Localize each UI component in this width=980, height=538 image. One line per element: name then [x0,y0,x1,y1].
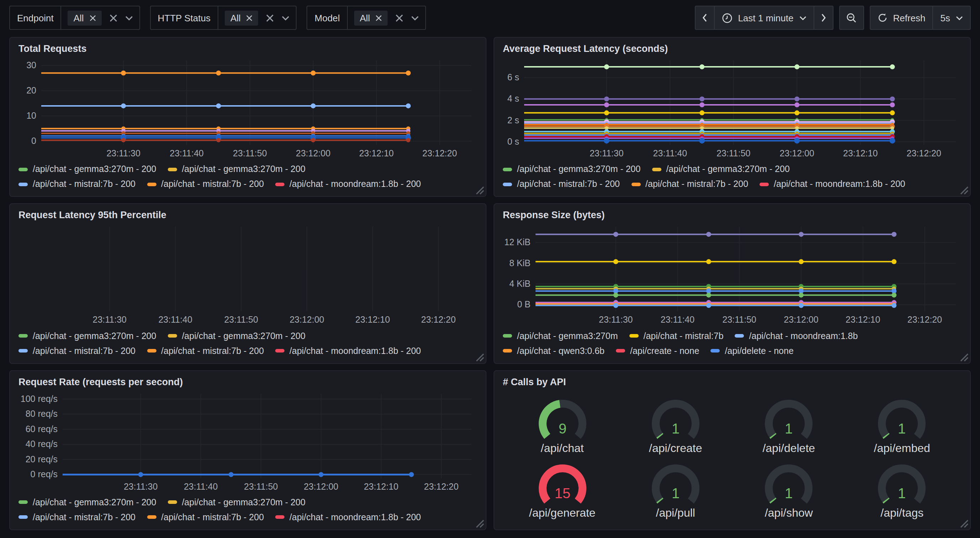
legend-item[interactable]: /api/chat - mistral:7b - 200 [19,513,135,522]
chevron-down-icon[interactable] [411,15,419,20]
data-point [799,232,803,237]
panel-title[interactable]: Total Requests [17,43,479,56]
legend-item[interactable]: /api/chat - gemma3:270m - 200 [503,165,640,175]
x-axis-tick-label: 23:12:20 [422,148,457,158]
close-icon[interactable] [247,14,253,21]
close-icon[interactable] [376,14,382,21]
filter-value-area[interactable]: All [348,6,426,29]
data-point [891,303,896,308]
gauge-arc: 1 [745,391,833,446]
x-axis-tick-label: 23:12:20 [424,481,458,491]
legend-item[interactable]: /api/chat - mistral:7b - 200 [503,179,620,189]
legend-row: /api/chat - gemma3:270m - 200/api/chat -… [19,497,477,508]
timeseries-plot[interactable]: 0 B4 KiB8 KiB12 KiB23:11:3023:11:4023:11… [501,223,963,326]
time-shift-back-button[interactable] [695,6,714,29]
data-point [406,138,410,143]
filter-value-area[interactable]: All [218,6,296,29]
data-point [406,103,411,108]
legend-series-marker [503,349,512,352]
legend-series-marker [711,349,720,352]
panel-title[interactable]: # Calls by API [501,376,963,389]
x-axis-tick-label: 23:11:50 [244,481,278,491]
data-point [794,64,799,69]
legend-item[interactable]: /api/chat - qwen3:0.6b [503,346,605,356]
legend-item[interactable]: /api/chat - mistral:7b - 200 [147,346,264,356]
panel-resize-handle[interactable] [474,185,484,195]
refresh-button[interactable]: Refresh [870,6,933,29]
y-axis-tick-label: 80 req/s [25,409,57,419]
legend-item[interactable]: /api/chat - mistral:7b - 200 [147,179,264,189]
y-axis-tick-label: 12 KiB [504,237,531,247]
chevron-down-icon[interactable] [125,15,133,20]
timeseries-plot[interactable]: 0 req/s20 req/s40 req/s60 req/s80 req/s1… [17,389,479,492]
zoom-out-button[interactable] [840,6,863,29]
filter-chip[interactable]: All [354,10,388,25]
legend-item[interactable]: /api/chat - gemma3:270m - 200 [652,165,789,175]
legend-item[interactable]: /api/chat - moondream:1.8b - 200 [275,513,421,522]
legend-item[interactable]: /api/chat - gemma3:270m - 200 [19,165,156,175]
data-point [706,259,711,264]
gauge-api-generate: 15/api/generate [518,455,606,519]
refresh-interval-picker[interactable]: 5s [934,6,970,29]
x-axis-tick-label: 23:11:40 [661,315,694,325]
data-point [613,259,618,264]
chevron-down-icon[interactable] [282,15,290,20]
resize-grip-icon [959,351,969,361]
legend-item[interactable]: /api/chat - mistral:7b - 200 [19,179,135,189]
legend-item[interactable]: /api/chat - gemma3:270m [503,331,618,341]
time-shift-forward-button[interactable] [814,6,832,29]
data-point [890,111,895,116]
timeseries-plot[interactable]: 010203023:11:3023:11:4023:11:5023:12:002… [17,56,479,159]
chevron-left-icon [702,14,707,22]
legend-item[interactable]: /api/chat - moondream:1.8b [735,331,858,341]
x-axis-tick-label: 23:11:30 [106,148,140,158]
legend-item[interactable]: /api/chat - gemma3:270m - 200 [167,165,305,175]
legend-item[interactable]: /api/chat - moondream:1.8b - 200 [275,346,421,356]
x-axis-tick-label: 23:11:30 [124,481,158,491]
panel-title[interactable]: Request Rate (requests per second) [17,376,479,389]
data-point [613,232,618,237]
panel-resize-handle[interactable] [959,518,969,528]
chevron-right-icon [820,14,826,22]
legend-series-label: /api/chat - gemma3:270m - 200 [182,497,305,508]
x-axis-tick-label: 23:11:40 [158,315,192,325]
x-axis-tick-label: 23:12:10 [364,481,398,491]
panel-title[interactable]: Request Latency 95th Percentile [17,209,479,223]
panel-resize-handle[interactable] [959,185,969,195]
legend-item[interactable]: /api/chat - moondream:1.8b - 200 [275,179,421,189]
legend-item[interactable]: /api/chat - gemma3:270m - 200 [167,331,305,341]
legend-row: /api/chat - gemma3:270m - 200/api/chat -… [19,331,477,341]
gauge-arc: 1 [858,455,946,511]
refresh-icon [877,13,887,23]
legend-series-marker [652,168,661,171]
close-icon[interactable] [90,14,96,21]
filter-value-area[interactable]: All [62,6,139,29]
panel-title[interactable]: Response Size (bytes) [501,209,963,223]
timeseries-plot[interactable]: 0 s2 s4 s6 s23:11:3023:11:4023:11:5023:1… [501,56,963,159]
timeseries-plot[interactable]: 23:11:3023:11:4023:11:5023:12:0023:12:10… [17,223,479,326]
clear-selection-icon[interactable] [396,14,404,22]
legend-item[interactable]: /api/chat - moondream:1.8b - 200 [759,179,905,189]
legend-item[interactable]: /api/chat - mistral:7b - 200 [631,179,748,189]
legend-item[interactable]: /api/chat - gemma3:270m - 200 [19,331,156,341]
panel-title[interactable]: Average Request Latency (seconds) [501,43,963,56]
legend-item[interactable]: /api/chat - gemma3:270m - 200 [167,497,305,508]
filter-chip[interactable]: All [225,10,259,25]
panel-resize-handle[interactable] [959,351,969,361]
legend-item[interactable]: /api/chat - mistral:7b [629,331,724,341]
clear-selection-icon[interactable] [266,14,274,22]
clear-selection-icon[interactable] [110,14,117,22]
panel-resize-handle[interactable] [474,518,484,528]
legend-item[interactable]: /api/chat - mistral:7b - 200 [147,513,264,522]
legend-item[interactable]: /api/delete - none [711,346,794,356]
x-axis-tick-label: 23:12:00 [784,315,818,325]
time-range-picker[interactable]: Last 1 minute [714,6,814,29]
chart-area: 0 B4 KiB8 KiB12 KiB23:11:3023:11:4023:11… [501,223,963,326]
legend-item[interactable]: /api/chat - gemma3:270m - 200 [19,497,156,508]
filter-chip[interactable]: All [68,10,102,25]
time-range-label: Last 1 minute [738,13,793,23]
panel-resize-handle[interactable] [474,351,484,361]
gauge-value: 1 [785,485,792,501]
legend-item[interactable]: /api/create - none [616,346,700,356]
legend-item[interactable]: /api/chat - mistral:7b - 200 [19,346,135,356]
